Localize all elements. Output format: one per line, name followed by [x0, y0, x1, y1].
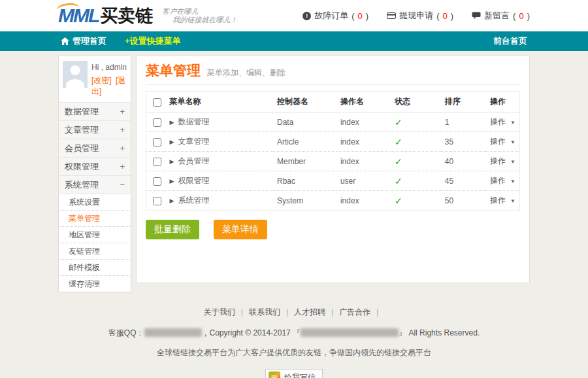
quick-menu-link[interactable]: +设置快捷菜单	[125, 35, 181, 47]
footer-link-ads[interactable]: 广告合作	[339, 307, 370, 317]
sidebar-group-label: 系统管理	[65, 176, 99, 194]
row-checkbox[interactable]	[153, 118, 161, 127]
expand-row-icon[interactable]: ▶	[169, 178, 174, 184]
row-checkbox[interactable]	[153, 197, 161, 205]
expand-row-icon[interactable]: ▶	[169, 198, 174, 204]
batch-delete-button[interactable]: 批量删除	[146, 220, 199, 239]
sidebar-item-friendlink-management[interactable]: 友链管理	[59, 243, 131, 259]
fault-orders-count: 0	[358, 11, 363, 21]
status-check-icon: ✓	[395, 196, 402, 206]
sidebar-item-system-settings[interactable]: 系统设置	[59, 194, 131, 210]
controller-name: Rbac	[273, 171, 336, 191]
sidebar-group-label: 会员管理	[65, 139, 99, 157]
top-header: MML 买卖链 客户在哪儿 我的链接就在哪儿！ ! 故障订单 ( 0 ) 提现申…	[0, 0, 588, 31]
footer-link-about[interactable]: 关于我们	[204, 307, 235, 317]
chevron-down-icon: ▼	[510, 139, 515, 145]
paren-close: )	[366, 11, 368, 21]
sidebar-group-system[interactable]: 系统管理 −	[59, 175, 131, 194]
page-title: 菜单管理	[146, 63, 201, 78]
sidebar-group-data[interactable]: 数据管理 +	[59, 102, 131, 120]
footer-link-jobs[interactable]: 人才招聘	[294, 307, 325, 317]
sidebar-submenu: 系统设置 菜单管理 地区管理 友链管理 邮件模板 缓存清理	[59, 194, 131, 292]
row-checkbox[interactable]	[153, 138, 161, 146]
slogan-line2: 我的链接就在哪儿！	[162, 16, 237, 24]
controller-name: Member	[273, 152, 336, 171]
fault-orders-link[interactable]: ! 故障订单 ( 0 )	[302, 10, 368, 22]
user-greeting: Hi , admin	[91, 63, 127, 72]
sidebar-group-article[interactable]: 文章管理 +	[59, 120, 131, 139]
expand-row-icon[interactable]: ▶	[169, 139, 174, 145]
row-operate-label: 操作	[490, 196, 506, 205]
select-all-checkbox[interactable]	[153, 98, 161, 107]
sidebar-group-rbac[interactable]: 权限管理 +	[59, 157, 131, 175]
paren-close: )	[451, 11, 453, 21]
new-messages-label: 新留言	[484, 10, 510, 22]
card-icon	[387, 12, 396, 20]
main-navbar: 管理首页 +设置快捷菜单 前台首页	[0, 31, 588, 51]
chevron-down-icon: ▼	[510, 120, 515, 126]
separator: |	[331, 307, 333, 317]
table-row: ▶会员管理 Member index ✓ 40 操作▼	[146, 152, 520, 171]
plus-icon: +	[120, 139, 125, 157]
copyright-prefix: 客服QQ：	[108, 328, 144, 337]
site-logo[interactable]: MML 买卖链	[58, 6, 153, 26]
page-subtitle: 菜单添加、编辑、删除	[207, 67, 286, 78]
sidebar: Hi , admin [改密] [退出] 数据管理 + 文章管理 + 会员管理 …	[58, 56, 131, 292]
front-home-link[interactable]: 前台首页	[493, 35, 527, 47]
withdraw-requests-count: 0	[443, 11, 448, 21]
paren-open: (	[351, 11, 354, 21]
status-check-icon: ✓	[395, 137, 402, 147]
col-controller: 控制器名	[273, 92, 336, 112]
plus-icon: +	[120, 158, 125, 175]
sidebar-group-member[interactable]: 会员管理 +	[59, 139, 131, 157]
separator: |	[376, 307, 378, 317]
row-operate-dropdown[interactable]: 操作▼	[490, 196, 515, 205]
row-operate-dropdown[interactable]: 操作▼	[490, 137, 515, 146]
write-mail-button[interactable]: ✉ 给我写信	[265, 369, 323, 378]
paren-open: (	[436, 11, 439, 21]
slogan: 客户在哪儿 我的链接就在哪儿！	[162, 7, 237, 24]
sidebar-group-label: 数据管理	[65, 103, 99, 120]
slogan-line1: 客户在哪儿	[162, 7, 237, 16]
table-row: ▶系统管理 System index ✓ 50 操作▼	[146, 191, 520, 211]
sort-value: 35	[441, 132, 486, 152]
admin-home-label: 管理首页	[73, 35, 106, 47]
status-check-icon: ✓	[395, 156, 402, 167]
expand-row-icon[interactable]: ▶	[169, 119, 174, 126]
sidebar-item-menu-management[interactable]: 菜单管理	[59, 210, 131, 226]
sort-value: 45	[441, 171, 486, 191]
sidebar-item-cache-clean[interactable]: 缓存清理	[59, 275, 131, 292]
col-sort: 排序	[441, 92, 486, 112]
row-operate-label: 操作	[490, 156, 506, 165]
footer-link-contact[interactable]: 联系我们	[249, 307, 280, 317]
sidebar-item-region-management[interactable]: 地区管理	[59, 226, 131, 243]
chevron-down-icon: ▼	[510, 198, 515, 204]
footer: 关于我们|联系我们|人才招聘|广告合作| 客服QQ：，Copyright © 2…	[0, 307, 588, 378]
menu-name: 系统管理	[178, 196, 209, 205]
fault-orders-label: 故障订单	[314, 10, 348, 22]
main-panel: 菜单管理 菜单添加、编辑、删除 菜单名称 控制器名 操作名 状态 排序	[136, 56, 530, 283]
admin-home-link[interactable]: 管理首页	[61, 35, 106, 47]
minus-icon: −	[120, 176, 125, 194]
row-checkbox[interactable]	[153, 158, 161, 166]
action-name: index	[336, 112, 391, 132]
expand-row-icon[interactable]: ▶	[169, 158, 174, 165]
menu-table: 菜单名称 控制器名 操作名 状态 排序 操作 ▶数据管理 Data index	[146, 91, 520, 211]
new-messages-link[interactable]: 新留言 ( 0 )	[472, 10, 530, 22]
col-status: 状态	[391, 92, 441, 112]
col-action: 操作名	[336, 92, 391, 112]
redacted-qq-number	[144, 328, 202, 337]
table-row: ▶文章管理 Article index ✓ 35 操作▼	[146, 132, 520, 152]
row-operate-dropdown[interactable]: 操作▼	[490, 176, 515, 185]
user-ops: [改密] [退出]	[91, 75, 127, 97]
change-password-link[interactable]: [改密]	[91, 76, 112, 85]
logo-brand-text: 买卖链	[100, 7, 153, 25]
row-operate-dropdown[interactable]: 操作▼	[490, 117, 515, 126]
separator: |	[286, 307, 288, 317]
menu-detail-button[interactable]: 菜单详情	[214, 220, 267, 239]
row-operate-dropdown[interactable]: 操作▼	[490, 156, 515, 165]
table-row: ▶数据管理 Data index ✓ 1 操作▼	[146, 112, 520, 132]
sidebar-item-mail-template[interactable]: 邮件模板	[59, 259, 131, 275]
withdraw-requests-link[interactable]: 提现申请 ( 0 )	[387, 10, 453, 22]
row-checkbox[interactable]	[153, 177, 161, 186]
